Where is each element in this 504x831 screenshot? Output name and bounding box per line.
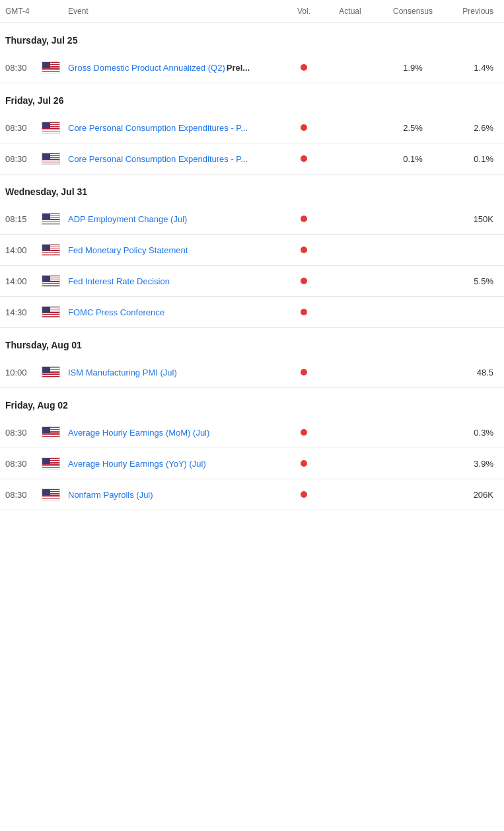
- event-time: 14:00: [5, 276, 42, 286]
- event-name[interactable]: Average Hourly Earnings (YoY) (Jul): [68, 459, 206, 469]
- flag-cell: [42, 426, 68, 438]
- event-time: 08:30: [5, 428, 42, 438]
- us-flag: [42, 306, 60, 318]
- event-name[interactable]: ISM Manufacturing PMI (Jul): [68, 368, 177, 377]
- flag-cell: [42, 61, 68, 73]
- event-name[interactable]: Fed Interest Rate Decision: [68, 276, 170, 286]
- flag-cell: [42, 122, 68, 134]
- volatility-dot: [301, 491, 307, 498]
- event-time: 08:30: [5, 154, 42, 164]
- event-name[interactable]: Nonfarm Payrolls (Jul): [68, 490, 153, 500]
- us-flag: [42, 366, 60, 378]
- event-name[interactable]: Fed Monetary Policy Statement: [68, 245, 188, 255]
- event-cell[interactable]: ISM Manufacturing PMI (Jul): [68, 368, 287, 377]
- date-heading: Thursday, Aug 01: [0, 328, 504, 357]
- event-name[interactable]: Core Personal Consumption Expenditures -…: [68, 123, 248, 133]
- date-group: Thursday, Jul 2508:30 Gross Domestic Pro…: [0, 23, 504, 83]
- flag-canton: [42, 276, 50, 282]
- us-flag: [42, 275, 60, 287]
- flag-cell: [42, 366, 68, 378]
- us-flag: [42, 61, 60, 73]
- us-flag: [42, 122, 60, 134]
- previous-cell: 1.4%: [446, 63, 499, 73]
- event-cell[interactable]: ADP Employment Change (Jul): [68, 214, 287, 224]
- flag-canton: [42, 367, 50, 373]
- flag-canton: [42, 427, 50, 433]
- us-flag: [42, 426, 60, 438]
- event-cell[interactable]: Core Personal Consumption Expenditures -…: [68, 154, 287, 164]
- flag-canton: [42, 307, 50, 313]
- event-cell[interactable]: Gross Domestic Product Annualized (Q2)Pr…: [68, 63, 287, 73]
- event-name[interactable]: ADP Employment Change (Jul): [68, 214, 187, 224]
- event-cell[interactable]: Nonfarm Payrolls (Jul): [68, 490, 287, 500]
- flag-canton: [42, 458, 50, 464]
- us-flag: [42, 153, 60, 165]
- vol-cell: [287, 64, 320, 71]
- volatility-dot: [301, 278, 307, 284]
- previous-cell: 3.9%: [446, 459, 499, 469]
- event-cell[interactable]: Average Hourly Earnings (MoM) (Jul): [68, 428, 287, 438]
- us-flag: [42, 489, 60, 500]
- flag-canton: [42, 62, 50, 68]
- consensus-cell: 1.9%: [380, 63, 446, 73]
- date-heading: Friday, Aug 02: [0, 388, 504, 417]
- event-row: 08:15 ADP Employment Change (Jul)150K: [0, 204, 504, 235]
- vol-cell: [287, 247, 320, 253]
- vol-cell: [287, 278, 320, 284]
- vol-cell: [287, 309, 320, 315]
- event-name[interactable]: Gross Domestic Product Annualized (Q2): [68, 63, 225, 73]
- col-vol-header: Vol.: [287, 7, 320, 16]
- us-flag: [42, 213, 60, 225]
- event-name[interactable]: FOMC Press Conference: [68, 307, 164, 317]
- col-event-header: Event: [68, 7, 287, 16]
- date-group: Wednesday, Jul 3108:15 ADP Employment Ch…: [0, 175, 504, 328]
- previous-cell: 0.3%: [446, 428, 499, 438]
- event-row: 08:30 Average Hourly Earnings (MoM) (Jul…: [0, 417, 504, 448]
- volatility-dot: [301, 247, 307, 253]
- event-row: 08:30 Core Personal Consumption Expendit…: [0, 143, 504, 175]
- flag-canton: [42, 245, 50, 251]
- event-time: 08:30: [5, 490, 42, 500]
- flag-cell: [42, 153, 68, 165]
- volatility-dot: [301, 124, 307, 131]
- vol-cell: [287, 124, 320, 131]
- event-cell[interactable]: FOMC Press Conference: [68, 307, 287, 317]
- event-name[interactable]: Average Hourly Earnings (MoM) (Jul): [68, 428, 209, 438]
- event-row: 08:30 Gross Domestic Product Annualized …: [0, 52, 504, 83]
- header-row: GMT-4 Event Vol. Actual Consensus Previo…: [0, 0, 504, 23]
- volatility-dot: [301, 429, 307, 436]
- previous-cell: 2.6%: [446, 123, 499, 133]
- consensus-cell: 2.5%: [380, 123, 446, 133]
- volatility-dot: [301, 155, 307, 162]
- event-time: 14:00: [5, 245, 42, 255]
- flag-cell: [42, 275, 68, 287]
- event-time: 08:30: [5, 63, 42, 73]
- volatility-dot: [301, 309, 307, 315]
- event-cell[interactable]: Fed Monetary Policy Statement: [68, 245, 287, 255]
- vol-cell: [287, 491, 320, 498]
- flag-canton: [42, 122, 50, 128]
- col-actual-header: Actual: [320, 7, 380, 16]
- flag-cell: [42, 457, 68, 469]
- event-cell[interactable]: Fed Interest Rate Decision: [68, 276, 287, 286]
- event-name[interactable]: Core Personal Consumption Expenditures -…: [68, 154, 248, 164]
- date-group: Friday, Jul 2608:30 Core Personal Consum…: [0, 83, 504, 175]
- flag-cell: [42, 213, 68, 225]
- event-cell[interactable]: Average Hourly Earnings (YoY) (Jul): [68, 459, 287, 469]
- event-cell[interactable]: Core Personal Consumption Expenditures -…: [68, 123, 287, 133]
- vol-cell: [287, 429, 320, 436]
- date-heading: Thursday, Jul 25: [0, 23, 504, 52]
- previous-cell: 206K: [446, 490, 499, 500]
- event-row: 08:30 Average Hourly Earnings (YoY) (Jul…: [0, 448, 504, 479]
- event-row: 14:30 FOMC Press Conference: [0, 297, 504, 328]
- volatility-dot: [301, 460, 307, 467]
- event-suffix: Prel...: [227, 63, 250, 73]
- previous-cell: 150K: [446, 214, 499, 224]
- event-time: 08:30: [5, 459, 42, 469]
- flag-cell: [42, 489, 68, 500]
- date-group: Friday, Aug 0208:30 Average Hourly Earni…: [0, 388, 504, 510]
- vol-cell: [287, 216, 320, 222]
- us-flag: [42, 244, 60, 256]
- previous-cell: 0.1%: [446, 154, 499, 164]
- vol-cell: [287, 460, 320, 467]
